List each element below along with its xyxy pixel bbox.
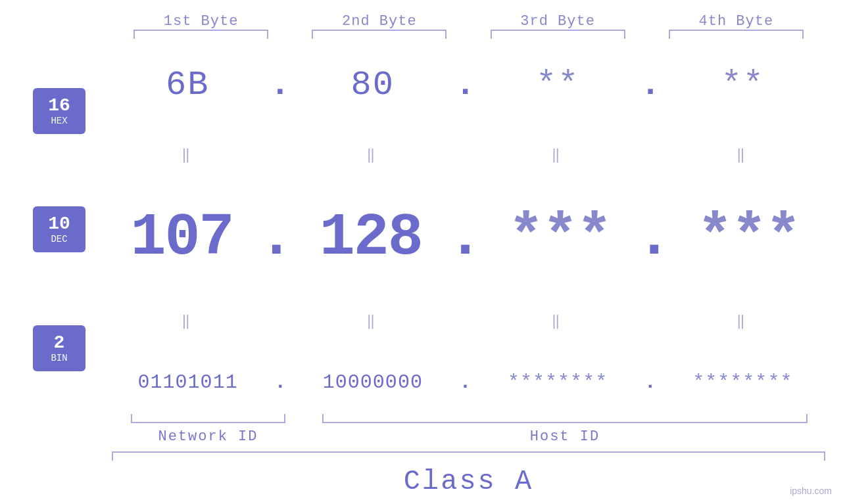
eq2-b3: ‖ — [475, 312, 640, 330]
watermark: ipshu.com — [790, 486, 832, 496]
dec-b3: *** — [483, 204, 637, 271]
dot-dec-2: . — [447, 204, 483, 271]
bin-b3: ******** — [475, 371, 640, 394]
host-bracket-wrapper — [304, 414, 825, 423]
base-labels: 16 HEX 10 DEC 2 BIN — [20, 45, 105, 414]
dot-dec-1: . — [258, 204, 294, 271]
eq1-b2: ‖ — [290, 146, 455, 164]
top-bracket-row — [20, 30, 825, 39]
dec-b1: 107 — [105, 204, 258, 271]
bracket-cell-1 — [112, 30, 290, 39]
bin-row: 01101011 . 10000000 . ******** . *******… — [105, 371, 825, 394]
bin-b2: 10000000 — [290, 371, 455, 394]
bottom-section: Network ID Host ID — [20, 414, 825, 445]
hex-b1: 6B — [105, 66, 270, 104]
dec-b4: *** — [672, 204, 825, 271]
byte3-header: 3rd Byte — [469, 13, 647, 30]
content-area: 16 HEX 10 DEC 2 BIN 6B . 80 — [20, 45, 825, 414]
host-id-label: Host ID — [304, 428, 825, 445]
bottom-labels: Network ID Host ID — [112, 428, 825, 445]
bracket-cell-4 — [647, 30, 825, 39]
byte-headers: 1st Byte 2nd Byte 3rd Byte 4th Byte — [20, 13, 825, 30]
bracket-3 — [491, 30, 625, 39]
network-id-label: Network ID — [112, 428, 304, 445]
eq1-b3: ‖ — [475, 146, 640, 164]
bin-b1: 01101011 — [105, 371, 270, 394]
bracket-cell-2 — [290, 30, 468, 39]
dec-num: 10 — [48, 214, 70, 235]
network-bracket — [131, 414, 285, 423]
dec-b2: 128 — [294, 204, 447, 271]
main-container: 1st Byte 2nd Byte 3rd Byte 4th Byte 16 H… — [0, 0, 845, 504]
eq2-b4: ‖ — [660, 312, 825, 330]
class-label: Class A — [112, 466, 825, 497]
bracket-cell-3 — [469, 30, 647, 39]
class-section: Class A — [20, 451, 825, 497]
dot-bin-3: . — [640, 371, 660, 394]
hex-b4: ** — [661, 66, 825, 104]
byte4-header: 4th Byte — [647, 13, 825, 30]
bracket-1 — [133, 30, 268, 39]
hex-row: 6B . 80 . ** . ** — [105, 66, 825, 104]
eq1-b1: ‖ — [105, 146, 270, 164]
hex-badge: 16 HEX — [33, 88, 85, 134]
eq2-b1: ‖ — [105, 312, 270, 330]
ip-grid: 6B . 80 . ** . ** ‖ — [105, 45, 825, 414]
dec-row: 107 . 128 . *** . *** — [105, 204, 825, 271]
bin-num: 2 — [54, 333, 65, 354]
bin-badge: 2 BIN — [33, 325, 85, 371]
bracket-4 — [669, 30, 804, 39]
dec-badge: 10 DEC — [33, 206, 85, 252]
hex-b2: 80 — [291, 66, 455, 104]
hex-name: HEX — [51, 116, 67, 126]
equals-row-2: ‖ ‖ ‖ ‖ — [105, 312, 825, 330]
hex-b3: ** — [475, 66, 640, 104]
dot-hex-3: . — [640, 66, 660, 104]
eq2-b2: ‖ — [290, 312, 455, 330]
bracket-2 — [312, 30, 447, 39]
dot-bin-1: . — [270, 371, 290, 394]
bin-name: BIN — [51, 354, 67, 363]
byte2-header: 2nd Byte — [290, 13, 468, 30]
class-bracket-top — [112, 451, 825, 461]
eq1-b4: ‖ — [660, 146, 825, 164]
network-bracket-wrapper — [112, 414, 304, 423]
dot-hex-2: . — [455, 66, 475, 104]
dot-bin-2: . — [456, 371, 475, 394]
dec-name: DEC — [51, 235, 67, 244]
dot-dec-3: . — [637, 204, 672, 271]
hex-num: 16 — [48, 96, 70, 116]
dot-hex-1: . — [270, 66, 290, 104]
byte1-header: 1st Byte — [112, 13, 290, 30]
bin-b4: ******** — [660, 371, 825, 394]
equals-row-1: ‖ ‖ ‖ ‖ — [105, 146, 825, 164]
bottom-brackets — [112, 414, 825, 423]
host-bracket — [322, 414, 807, 423]
